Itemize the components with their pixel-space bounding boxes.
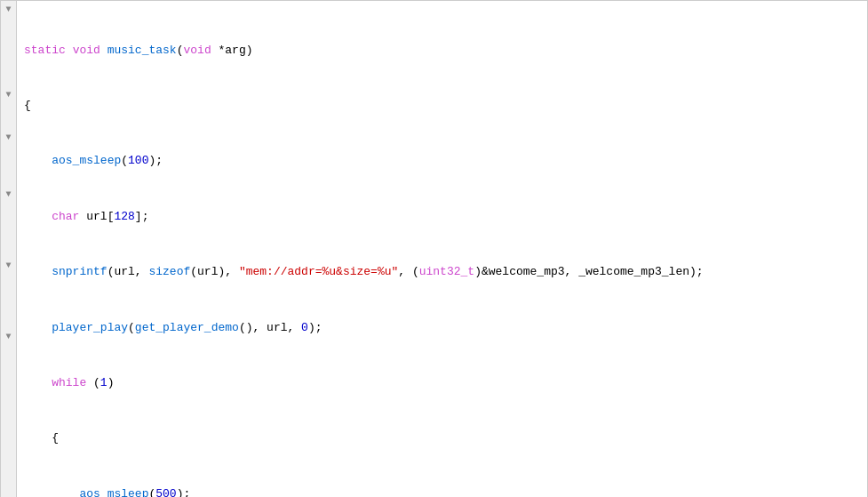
fold-arrow-17[interactable] [5,230,11,244]
fold-arrow-13[interactable] [5,173,11,188]
fold-arrow-21[interactable] [5,287,11,301]
fold-arrow-4[interactable] [5,45,11,60]
fold-arrow-15[interactable] [5,202,11,216]
fold-arrow-8[interactable] [5,102,11,116]
fold-arrow-27[interactable] [5,373,11,387]
fold-arrow-20[interactable] [5,273,11,287]
fold-arrow-22[interactable] [5,301,11,316]
code-line-8: { [24,429,860,448]
code-content: static void music_task(void *arg) { aos_… [17,1,867,497]
code-line-2: { [24,97,860,116]
fold-arrow-10[interactable]: ▼ [5,131,11,145]
code-line-4: char url[128]; [24,208,860,227]
fold-arrow-5[interactable] [5,60,11,74]
fold-arrow-24[interactable]: ▼ [5,330,11,344]
code-line-7: while (1) [24,374,860,393]
code-line-3: aos_msleep(100); [24,152,860,171]
fold-arrow-19[interactable]: ▼ [5,259,11,273]
fold-arrow-18[interactable] [5,244,11,259]
code-editor: ▼ ▼ ▼ ▼ ▼ ▼ static void mu [0,0,868,497]
fold-arrow-29[interactable] [5,401,11,415]
code-line-9: aos_msleep(500); [24,485,860,497]
fold-arrow-9[interactable] [5,116,11,131]
fold-arrow-6[interactable] [5,74,11,88]
code-line-1: static void music_task(void *arg) [24,42,860,60]
fold-arrow-3[interactable] [5,31,11,45]
code-gutter: ▼ ▼ ▼ ▼ ▼ ▼ [1,1,17,497]
fold-arrow-14[interactable]: ▼ [5,188,11,202]
fold-arrow-26[interactable] [5,358,11,373]
code-line-6: player_play(get_player_demo(), url, 0); [24,319,860,338]
fold-arrow-28[interactable] [5,387,11,401]
fold-arrow-1[interactable]: ▼ [5,3,11,17]
fold-arrow-2[interactable] [5,17,11,31]
fold-arrow-16[interactable] [5,216,11,230]
fold-arrow-23[interactable] [5,316,11,330]
fold-arrow-25[interactable] [5,344,11,358]
fold-arrow-11[interactable] [5,145,11,159]
code-line-5: snprintf(url, sizeof(url), "mem://addr=%… [24,263,860,282]
fold-arrow-30[interactable] [5,415,11,429]
fold-arrow-12[interactable] [5,159,11,173]
fold-arrow-7[interactable]: ▼ [5,88,11,102]
